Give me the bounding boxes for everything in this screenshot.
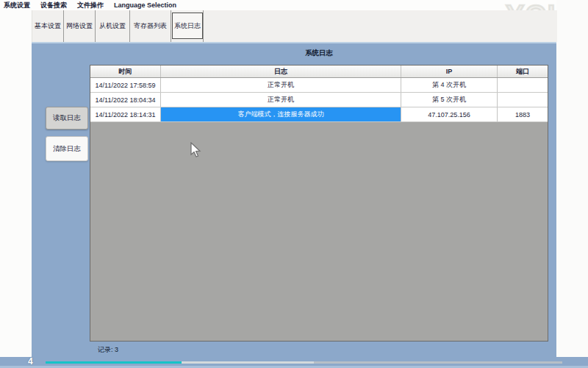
mouse-cursor-icon [190,142,202,158]
menu-language-selection[interactable]: Language Selection [114,1,176,9]
time-cell: 14/11/2022 18:04:34 [90,93,161,107]
ip-cell: 47.107.25.156 [401,107,498,121]
menu-bar: 系统设置设备搜索文件操作Language Selection [0,0,588,10]
tab-strip: 基本设置网络设置从机设置寄存器列表系统日志 [32,10,557,42]
column-header: 日志 [161,66,401,77]
port-cell [498,78,548,92]
tab-separator [203,10,204,42]
log-cell: 正常开机 [161,78,401,92]
tab-system-log[interactable]: 系统日志 [172,13,203,39]
right-margin-strip [556,0,588,357]
log-table: 时间日志IP端口 14/11/2022 17:58:59正常开机第 4 次开机1… [90,65,548,342]
menu-device-search[interactable]: 设备搜索 [40,1,67,10]
column-header: IP [401,66,498,77]
log-table-row[interactable]: 14/11/2022 18:14:31客户端模式，连接服务器成功47.107.2… [90,107,548,122]
menu-file-operation[interactable]: 文件操作 [77,1,104,10]
record-count-label: 记录: 3 [98,345,118,355]
ip-cell: 第 4 次开机 [401,78,498,92]
ip-cell: 第 5 次开机 [401,93,498,107]
log-cell: 客户端模式，连接服务器成功 [161,107,401,121]
clear-log-button[interactable]: 清除日志 [46,136,88,161]
left-margin-strip [0,10,32,357]
port-cell [498,93,548,107]
log-table-row[interactable]: 14/11/2022 17:58:59正常开机第 4 次开机 [90,78,548,93]
time-cell: 14/11/2022 17:58:59 [90,78,161,92]
log-table-row[interactable]: 14/11/2022 18:04:34正常开机第 5 次开机 [90,93,548,107]
video-progress-bar[interactable] [46,361,562,364]
column-header: 时间 [90,66,161,77]
tab-network-settings[interactable]: 网络设置 [64,10,96,42]
log-cell: 正常开机 [161,93,401,107]
video-progress-fill [46,361,182,364]
read-log-button[interactable]: 读取日志 [46,107,88,130]
video-timestamp-fragment: 4 [28,356,33,367]
page-title: 系统日志 [90,49,548,58]
tab-slave-settings[interactable]: 从机设置 [96,10,130,42]
column-header: 端口 [498,66,548,77]
time-cell: 14/11/2022 18:14:31 [90,107,161,121]
tab-register-list[interactable]: 寄存器列表 [130,10,171,42]
port-cell: 1883 [498,107,548,121]
menu-system-settings[interactable]: 系统设置 [4,1,30,10]
log-table-header: 时间日志IP端口 [90,66,548,78]
tab-basic-settings[interactable]: 基本设置 [32,10,64,42]
